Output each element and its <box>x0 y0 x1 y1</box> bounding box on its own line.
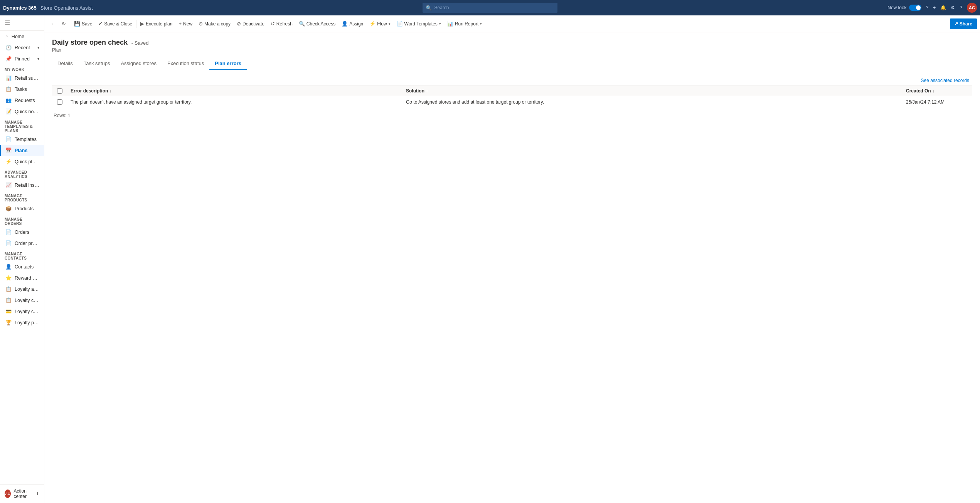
sidebar-item-requests[interactable]: 👥 Requests <box>0 95 44 106</box>
dynamics-365-logo[interactable]: Dynamics 365 <box>3 5 37 11</box>
save-label: Save <box>82 21 92 27</box>
page-header: Daily store open check - Saved Plan <box>52 39 972 53</box>
run-report-button[interactable]: 📊 Run Report ▾ <box>444 18 485 30</box>
page-title: Daily store open check <box>52 39 128 46</box>
sidebar-item-loyalty-accounts[interactable]: 📋 Loyalty accounts <box>0 283 44 295</box>
see-associated-area: See associated records <box>52 76 972 85</box>
solution-col-label: Solution <box>406 88 424 94</box>
sidebar-item-pinned[interactable]: 📌 Pinned ▾ <box>0 53 44 64</box>
sidebar-retail-summary-label: Retail summary <box>15 75 39 81</box>
word-templates-label: Word Templates <box>404 21 438 27</box>
refresh-nav-button[interactable]: ↻ <box>59 18 69 30</box>
new-button[interactable]: + New <box>175 18 195 30</box>
flow-label: Flow <box>377 21 387 27</box>
sidebar-item-plans[interactable]: 📅 Plans <box>0 145 44 156</box>
header-error-description[interactable]: Error description ↓ <box>67 88 403 94</box>
action-center-item[interactable]: AC Action center ⬆ <box>0 485 44 503</box>
word-templates-dropdown-icon: ▾ <box>439 22 441 26</box>
execute-plan-button[interactable]: ▶ Execute plan <box>137 18 175 30</box>
sidebar-item-contacts[interactable]: 👤 Contacts <box>0 261 44 272</box>
new-label: New <box>183 21 192 27</box>
reward-credits-icon: ⭐ <box>5 275 12 281</box>
manage-templates-section: Manage templates & plans <box>0 117 44 134</box>
tab-assigned-stores[interactable]: Assigned stores <box>115 57 162 70</box>
assign-button[interactable]: 👤 Assign <box>338 18 366 30</box>
select-all-checkbox[interactable] <box>57 88 62 94</box>
sidebar-item-quick-notes[interactable]: 📝 Quick notes <box>0 106 44 117</box>
retail-insights-icon: 📈 <box>5 182 12 188</box>
sidebar-bottom: AC Action center ⬆ <box>0 484 44 503</box>
back-button[interactable]: ← <box>47 18 59 30</box>
rows-count: Rows: 1 <box>52 113 972 118</box>
content-area: ← ↻ 💾 Save ✔ Save & Close ▶ Execute plan… <box>44 15 980 503</box>
hamburger-menu[interactable]: ☰ <box>3 18 41 28</box>
refresh-button[interactable]: ↺ Refresh <box>268 18 296 30</box>
sidebar-item-loyalty-credits[interactable]: 📋 Loyalty credits <box>0 295 44 306</box>
make-copy-button[interactable]: ⊙ Make a copy <box>195 18 234 30</box>
make-copy-icon: ⊙ <box>199 21 203 27</box>
sidebar-item-products[interactable]: 📦 Products <box>0 203 44 214</box>
row-checkbox[interactable] <box>57 99 62 105</box>
word-templates-button[interactable]: 📄 Word Templates ▾ <box>394 18 444 30</box>
refresh-nav-icon: ↻ <box>62 21 66 27</box>
toolbar: ← ↻ 💾 Save ✔ Save & Close ▶ Execute plan… <box>44 15 980 32</box>
main-layout: ☰ ⌂ Home 🕐 Recent ▾ 📌 Pinned ▾ My work 📊… <box>0 15 980 503</box>
action-center-label: Action center <box>14 488 33 499</box>
help-circle-icon[interactable]: ? <box>960 5 962 10</box>
pinned-icon: 📌 <box>5 56 12 62</box>
check-access-button[interactable]: 🔍 Check Access <box>296 18 338 30</box>
sidebar-item-orders[interactable]: 📄 Orders <box>0 226 44 238</box>
save-button[interactable]: 💾 Save <box>71 18 95 30</box>
search-box[interactable]: 🔍 <box>423 3 557 13</box>
header-solution[interactable]: Solution ↓ <box>403 88 903 94</box>
sidebar-item-loyalty-programs[interactable]: 🏆 Loyalty programs <box>0 317 44 328</box>
settings-icon[interactable]: ⚙ <box>951 5 955 10</box>
sidebar-item-quick-plans[interactable]: ⚡ Quick plans <box>0 156 44 167</box>
search-input[interactable] <box>434 5 554 10</box>
sidebar-loyalty-programs-label: Loyalty programs <box>15 320 39 325</box>
sidebar-item-order-products[interactable]: 📄 Order products <box>0 238 44 249</box>
word-templates-icon: 📄 <box>397 21 403 27</box>
sidebar-quick-plans-label: Quick plans <box>15 159 39 164</box>
sidebar-item-retail-insights[interactable]: 📈 Retail insights <box>0 179 44 191</box>
sidebar-reward-credits-label: Reward credits <box>15 275 39 281</box>
deactivate-button[interactable]: ⊘ Deactivate <box>234 18 268 30</box>
sidebar-item-tasks[interactable]: 📋 Tasks <box>0 84 44 95</box>
tab-execution-status[interactable]: Execution status <box>162 57 209 70</box>
plans-icon: 📅 <box>5 148 12 153</box>
sidebar-item-recent[interactable]: 🕐 Recent ▾ <box>0 42 44 53</box>
tab-details[interactable]: Details <box>52 57 78 70</box>
assign-icon: 👤 <box>342 21 348 27</box>
manage-contacts-section: Manage contacts <box>0 249 44 261</box>
flow-icon: ⚡ <box>369 21 375 27</box>
loyalty-accounts-icon: 📋 <box>5 286 12 292</box>
header-created-on[interactable]: Created On ↓ <box>903 88 972 94</box>
tab-plan-errors[interactable]: Plan errors <box>209 57 247 70</box>
notifications-icon[interactable]: 🔔 <box>940 5 946 10</box>
add-icon[interactable]: + <box>933 5 936 10</box>
page-content: Daily store open check - Saved Plan Deta… <box>44 32 980 503</box>
save-icon: 💾 <box>74 21 80 27</box>
sidebar-item-loyalty-cards[interactable]: 💳 Loyalty cards <box>0 306 44 317</box>
see-associated-records-link[interactable]: See associated records <box>921 78 969 83</box>
sidebar-item-retail-summary[interactable]: 📊 Retail summary <box>0 72 44 84</box>
requests-icon: 👥 <box>5 97 12 103</box>
flow-button[interactable]: ⚡ Flow ▾ <box>366 18 393 30</box>
sidebar-loyalty-cards-label: Loyalty cards <box>15 309 39 314</box>
contacts-icon: 👤 <box>5 264 12 270</box>
sidebar-order-products-label: Order products <box>15 241 39 246</box>
new-look-switch[interactable] <box>909 5 921 11</box>
tab-task-setups[interactable]: Task setups <box>78 57 116 70</box>
sidebar-retail-insights-label: Retail insights <box>15 183 39 188</box>
help-icon[interactable]: ? <box>926 5 929 10</box>
save-close-button[interactable]: ✔ Save & Close <box>95 18 135 30</box>
sidebar-item-templates[interactable]: 📄 Templates <box>0 134 44 145</box>
run-report-icon: 📊 <box>447 21 453 27</box>
sidebar-item-reward-credits[interactable]: ⭐ Reward credits <box>0 272 44 283</box>
sidebar-item-home[interactable]: ⌂ Home <box>0 31 44 42</box>
created-on-col-label: Created On <box>906 88 931 94</box>
table-row[interactable]: The plan doesn't have an assigned target… <box>52 96 972 108</box>
pinned-expand-icon: ▾ <box>37 57 39 61</box>
share-button[interactable]: ↗ Share <box>950 18 977 29</box>
user-avatar[interactable]: AC <box>967 3 977 13</box>
